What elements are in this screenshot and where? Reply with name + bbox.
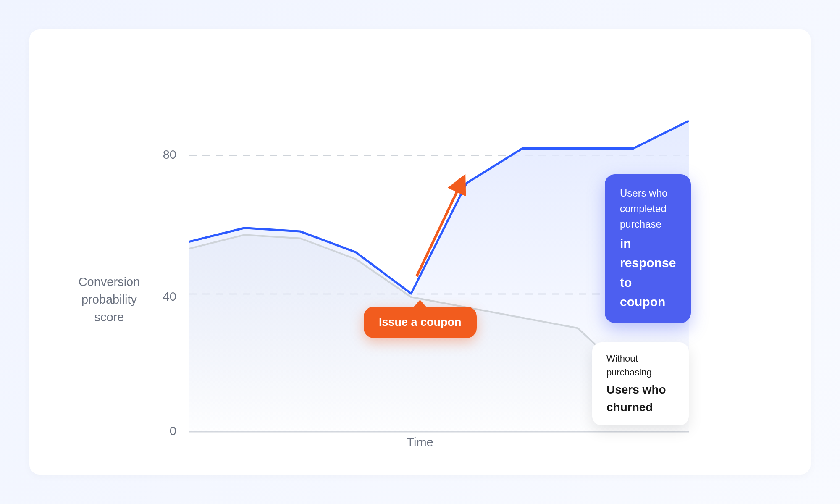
chart-plot-area: Issue a coupon Users who completed purch… (189, 113, 689, 403)
issue-coupon-callout: Issue a coupon (364, 307, 477, 338)
y-axis-label: Conversion probability score (71, 273, 147, 326)
y-tick-40: 40 (155, 290, 176, 304)
x-axis-label: Time (29, 436, 811, 449)
callout-blue-line2: in response to coupon (620, 234, 676, 312)
churned-callout: Without purchasing Users who churned (592, 342, 689, 425)
y-tick-80: 80 (155, 148, 176, 162)
callout-white-line2: Users who churned (606, 381, 675, 416)
chart-card: 80 40 0 Conversion probability score Tim… (29, 29, 811, 475)
completed-purchase-callout: Users who completed purchase in response… (605, 174, 691, 323)
callout-pointer-icon (412, 300, 428, 308)
callout-blue-line1: Users who completed purchase (620, 187, 667, 230)
callout-white-line1: Without purchasing (606, 353, 652, 378)
